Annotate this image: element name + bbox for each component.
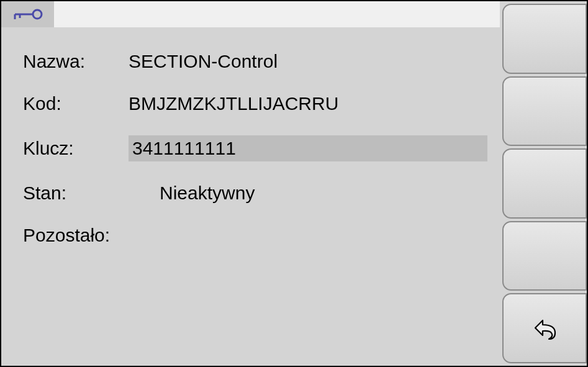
- svg-point-0: [33, 10, 42, 19]
- key-icon: [12, 7, 43, 22]
- license-tab[interactable]: [1, 1, 54, 27]
- row-remaining: Pozostało:: [23, 225, 487, 246]
- side-button-3[interactable]: [502, 148, 587, 219]
- content-panel: Nazwa: SECTION-Control Kod: BMJZMZKJTLLI…: [23, 51, 487, 267]
- row-key: Klucz:: [23, 135, 487, 161]
- remaining-label: Pozostało:: [23, 225, 129, 246]
- row-code: Kod: BMJZMZKJTLLIJACRRU: [23, 93, 487, 114]
- side-buttons: [500, 1, 587, 366]
- key-label: Klucz:: [23, 138, 129, 159]
- row-status: Stan: Nieaktywny: [23, 183, 487, 204]
- code-label: Kod:: [23, 93, 129, 114]
- code-value: BMJZMZKJTLLIJACRRU: [129, 93, 487, 114]
- status-value: Nieaktywny: [129, 183, 487, 204]
- row-name: Nazwa: SECTION-Control: [23, 51, 487, 72]
- side-button-2[interactable]: [502, 76, 587, 147]
- back-button[interactable]: [502, 293, 587, 363]
- title-bar: [54, 1, 500, 27]
- main-area: Nazwa: SECTION-Control Kod: BMJZMZKJTLLI…: [1, 1, 500, 366]
- back-arrow-icon: [527, 314, 563, 343]
- side-button-1[interactable]: [502, 4, 587, 74]
- key-input[interactable]: [129, 135, 487, 161]
- name-label: Nazwa:: [23, 51, 129, 72]
- side-button-4[interactable]: [502, 221, 587, 291]
- name-value: SECTION-Control: [129, 51, 487, 72]
- screen-frame: Nazwa: SECTION-Control Kod: BMJZMZKJTLLI…: [1, 1, 587, 366]
- status-label: Stan:: [23, 183, 129, 204]
